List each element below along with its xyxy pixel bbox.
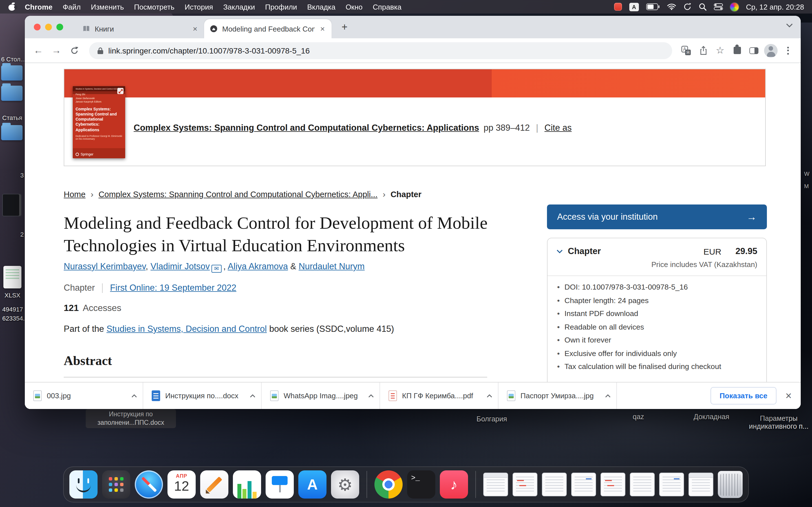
numbers-icon[interactable] xyxy=(233,470,261,499)
reload-icon[interactable] xyxy=(66,43,82,58)
music-icon[interactable]: ♪ xyxy=(440,470,468,499)
download-item[interactable]: 003.jpg xyxy=(25,383,143,409)
chevron-up-icon[interactable] xyxy=(132,394,137,397)
chevron-up-icon[interactable] xyxy=(487,394,492,397)
minimized-window-thumbnail[interactable] xyxy=(483,473,508,496)
minimized-window-thumbnail[interactable] xyxy=(630,473,655,496)
minimized-window-thumbnail[interactable] xyxy=(689,473,713,496)
minimized-window-thumbnail[interactable] xyxy=(571,473,596,496)
forward-icon[interactable]: → xyxy=(49,43,64,58)
author-link[interactable]: Aliya Akramova xyxy=(228,262,288,271)
tab-books[interactable]: Книги × xyxy=(77,19,204,38)
show-all-downloads-button[interactable]: Показать все xyxy=(711,387,776,404)
apple-menu-icon[interactable] xyxy=(8,3,16,11)
chrome-icon[interactable] xyxy=(374,470,403,499)
series-link[interactable]: Studies in Systems, Decision and Control xyxy=(107,324,267,334)
app-store-icon[interactable]: A xyxy=(298,470,326,499)
author-link[interactable]: Vladimir Jotsov xyxy=(151,262,210,271)
extensions-puzzle-icon[interactable] xyxy=(730,43,744,58)
control-center-icon[interactable] xyxy=(714,3,723,10)
book-cover[interactable]: Studies in Systems, Decision and Control… xyxy=(73,86,125,158)
expand-cover-icon[interactable] xyxy=(117,88,123,94)
bookmark-star-icon[interactable]: ☆ xyxy=(713,43,727,58)
breadcrumb-book-link[interactable]: Complex Systems: Spanning Control and Co… xyxy=(98,189,377,199)
desktop-file-label[interactable]: Статья xyxy=(2,114,26,121)
desktop-file-label[interactable]: 494917 xyxy=(2,306,26,313)
desktop-file-label[interactable]: W xyxy=(804,171,809,177)
close-window-button[interactable] xyxy=(34,24,41,31)
cite-as-link[interactable]: Cite as xyxy=(545,123,572,132)
menu-item-history[interactable]: История xyxy=(185,3,213,11)
close-downloads-bar-icon[interactable]: × xyxy=(785,390,792,402)
pages-icon[interactable] xyxy=(200,470,229,499)
menu-item-bookmarks[interactable]: Закладки xyxy=(223,3,255,11)
profile-avatar[interactable] xyxy=(763,43,778,58)
translate-icon[interactable]: AЯ xyxy=(679,43,694,58)
minimized-window-thumbnail[interactable] xyxy=(659,473,684,496)
tab-modeling-active[interactable]: Modeling and Feedback Contr × xyxy=(204,19,332,38)
time-machine-icon[interactable] xyxy=(683,3,691,11)
share-icon[interactable] xyxy=(696,43,711,58)
chevron-down-icon[interactable] xyxy=(557,249,563,253)
desktop-selected-file-label[interactable]: Инструкция по заполнени...ППС.docx xyxy=(86,409,176,428)
desktop-file-label[interactable]: XLSX xyxy=(4,292,25,298)
menu-item-file[interactable]: Файл xyxy=(63,3,81,11)
chevron-up-icon[interactable] xyxy=(368,394,374,397)
author-link[interactable]: Nurdaulet Nurym xyxy=(299,262,364,271)
safari-icon[interactable] xyxy=(135,470,163,499)
menu-item-tab[interactable]: Вкладка xyxy=(307,3,335,11)
download-item[interactable]: WhatsApp Imag....jpeg xyxy=(262,383,380,409)
trash-icon[interactable] xyxy=(718,471,743,498)
chevron-up-icon[interactable] xyxy=(605,394,611,397)
menu-bar-app-icon[interactable] xyxy=(730,3,739,11)
desktop-file-label[interactable]: 623354... xyxy=(2,315,26,322)
side-panel-icon[interactable] xyxy=(747,43,761,58)
battery-icon[interactable] xyxy=(646,3,660,10)
back-icon[interactable]: ← xyxy=(31,43,46,58)
email-envelope-icon[interactable]: ✉ xyxy=(211,265,221,272)
desktop-folder-icon[interactable] xyxy=(1,125,22,140)
menu-item-help[interactable]: Справка xyxy=(373,3,402,11)
desktop-document-icon[interactable] xyxy=(2,194,21,216)
minimize-window-button[interactable] xyxy=(45,24,52,31)
input-source-icon[interactable]: А xyxy=(629,3,639,11)
desktop-file-label[interactable]: qaz xyxy=(633,413,644,421)
close-tab-icon[interactable]: × xyxy=(192,25,199,33)
desktop-file-label[interactable]: Параметры индикативного п... xyxy=(746,414,812,431)
desktop-xlsx-icon[interactable] xyxy=(3,266,21,288)
menu-bar-clock[interactable]: Ср, 12 апр. 20:28 xyxy=(746,3,804,11)
minimized-window-thumbnail[interactable] xyxy=(513,473,538,496)
download-item[interactable]: Паспорт Умирза....jpg xyxy=(499,383,617,409)
minimized-window-thumbnail[interactable] xyxy=(542,473,567,496)
book-title-link[interactable]: Complex Systems: Spanning Control and Co… xyxy=(134,123,479,132)
menu-item-view[interactable]: Посмотреть xyxy=(134,3,174,11)
close-tab-icon[interactable]: × xyxy=(319,25,326,33)
menu-item-profiles[interactable]: Профили xyxy=(265,3,297,11)
desktop-file-label[interactable]: Докладная xyxy=(694,413,729,421)
menu-item-edit[interactable]: Изменить xyxy=(91,3,124,11)
desktop-file-label[interactable]: 6 Стол... xyxy=(1,56,26,62)
keynote-icon[interactable] xyxy=(266,470,294,499)
menu-item-window[interactable]: Окно xyxy=(346,3,363,11)
chevron-up-icon[interactable] xyxy=(250,394,255,397)
access-institution-button[interactable]: Access via your institution → xyxy=(547,205,767,229)
desktop-folder-icon[interactable] xyxy=(1,65,22,80)
wifi-icon[interactable] xyxy=(667,3,676,10)
new-tab-button[interactable]: + xyxy=(337,20,352,34)
menu-app-name[interactable]: Chrome xyxy=(25,3,52,11)
breadcrumb-home-link[interactable]: Home xyxy=(64,189,86,199)
first-online-link[interactable]: First Online: 19 September 2022 xyxy=(110,283,236,293)
zoom-window-button[interactable] xyxy=(56,24,63,31)
author-link[interactable]: Nurassyl Kerimbayev xyxy=(64,262,146,271)
spotlight-icon[interactable] xyxy=(699,3,707,11)
desktop-file-label[interactable]: Болгария xyxy=(476,415,507,423)
download-item[interactable]: КП ГФ Керимба....pdf xyxy=(380,383,499,409)
finder-icon[interactable] xyxy=(69,470,98,499)
url-text[interactable]: link.springer.com/chapter/10.1007/978-3-… xyxy=(108,46,310,55)
terminal-icon[interactable]: >_ xyxy=(407,470,435,499)
desktop-folder-icon[interactable] xyxy=(1,86,22,101)
launchpad-icon[interactable] xyxy=(102,470,130,499)
calendar-icon[interactable]: АПР 12 xyxy=(167,470,196,499)
download-item[interactable]: Инструкция по....docx xyxy=(143,383,262,409)
address-bar[interactable]: link.springer.com/chapter/10.1007/978-3-… xyxy=(89,42,672,59)
